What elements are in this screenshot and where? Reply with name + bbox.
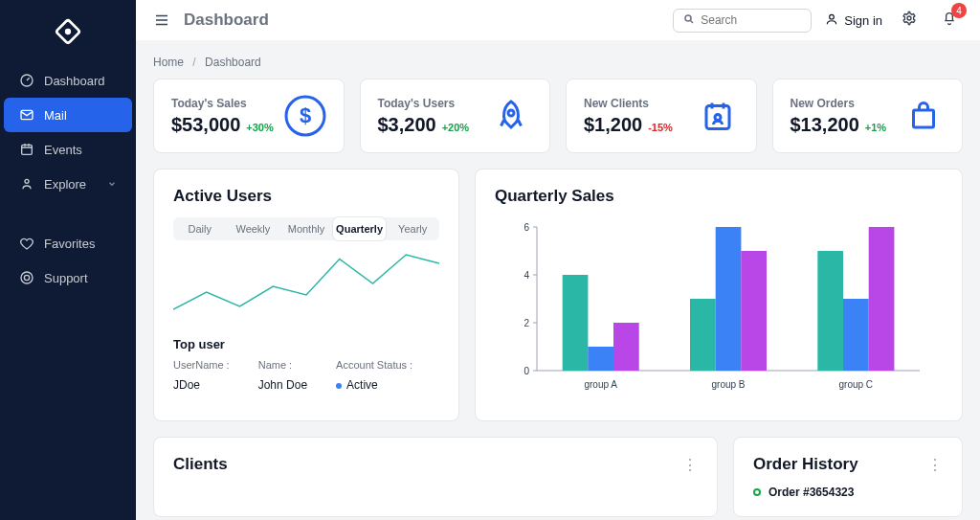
sidebar-item-label: Events — [44, 143, 82, 157]
svg-point-10 — [907, 16, 911, 20]
username-value: JDoe — [173, 378, 230, 392]
kpi-orders: New Orders $13,200 +1% — [772, 79, 964, 153]
tab-daily[interactable]: Daily — [173, 217, 227, 240]
more-icon[interactable]: ⋮ — [682, 456, 698, 474]
kpi-clients: New Clients $1,200 -15% — [566, 79, 757, 153]
svg-point-5 — [25, 179, 29, 183]
svg-text:group B: group B — [711, 379, 745, 390]
menu-toggle-icon[interactable] — [153, 11, 170, 29]
kpi-label: New Clients — [584, 97, 673, 110]
sidebar-item-events[interactable]: Events — [4, 132, 132, 167]
tab-quarterly[interactable]: Quarterly — [333, 217, 387, 240]
topbar: Dashboard Sign in 4 — [136, 0, 980, 40]
svg-point-6 — [21, 272, 33, 283]
quarterly-sales-card: Quarterly Sales 0246group Agroup Bgroup … — [475, 169, 963, 421]
sidebar-item-explore[interactable]: Explore — [4, 167, 132, 201]
kpi-label: Today's Users — [378, 97, 470, 110]
svg-text:group A: group A — [584, 379, 617, 390]
kpi-delta: +30% — [246, 122, 273, 133]
sidebar-item-label: Support — [44, 271, 88, 285]
search-field[interactable] — [701, 13, 801, 27]
card-title: Clients — [173, 455, 228, 474]
kpi-sales: Today's Sales $53,000 +30% $ — [153, 79, 345, 153]
search-input[interactable] — [673, 9, 812, 33]
tab-yearly[interactable]: Yearly — [386, 217, 439, 240]
rocket-icon — [490, 95, 532, 137]
svg-rect-27 — [563, 275, 589, 371]
kpi-delta: -15% — [648, 122, 673, 133]
dollar-icon: $ — [284, 95, 326, 137]
status-dot-icon — [753, 488, 761, 496]
order-label: Order #3654323 — [768, 486, 854, 499]
range-tabs: Daily Weekly Monthly Quarterly Yearly — [173, 217, 439, 240]
status-value: Active — [346, 378, 378, 392]
logo — [0, 10, 136, 54]
svg-text:4: 4 — [523, 270, 529, 281]
main: Dashboard Sign in 4 Home / Dashboard Tod… — [136, 0, 980, 520]
clients-card: Clients ⋮ — [153, 437, 718, 517]
svg-text:$: $ — [299, 103, 310, 127]
chevron-down-icon — [107, 177, 117, 192]
svg-rect-33 — [741, 251, 767, 371]
sidebar-item-support[interactable]: Support — [4, 260, 132, 295]
tab-monthly[interactable]: Monthly — [279, 217, 333, 240]
more-icon[interactable]: ⋮ — [927, 456, 943, 474]
page-title: Dashboard — [184, 11, 269, 30]
sidebar-item-label: Mail — [44, 108, 67, 123]
svg-point-13 — [508, 110, 514, 116]
breadcrumb: Home / Dashboard — [136, 40, 980, 79]
sidebar-item-label: Dashboard — [44, 74, 105, 88]
compass-icon — [19, 176, 34, 192]
notifications-button[interactable]: 4 — [936, 7, 963, 34]
signin-button[interactable]: Sign in — [825, 12, 882, 29]
bottom-row: Clients ⋮ Order History ⋮ Order #3654323 — [153, 437, 963, 517]
active-users-chart — [173, 252, 439, 324]
svg-text:0: 0 — [523, 366, 529, 376]
content: Today's Sales $53,000 +30% $ Today's Use… — [136, 79, 980, 517]
svg-point-1 — [66, 30, 70, 34]
svg-text:2: 2 — [523, 318, 529, 328]
bag-icon — [902, 95, 945, 137]
kpi-value: $1,200 — [584, 114, 642, 136]
status-dot-icon — [336, 383, 342, 389]
breadcrumb-current: Dashboard — [205, 56, 261, 69]
settings-button[interactable] — [896, 7, 923, 34]
kpi-users: Today's Users $3,200 +20% — [360, 79, 551, 153]
gear-icon — [902, 11, 917, 30]
breadcrumb-home[interactable]: Home — [153, 56, 184, 69]
svg-rect-35 — [817, 251, 843, 371]
card-title: Order History — [753, 455, 858, 474]
svg-rect-32 — [716, 227, 742, 371]
svg-rect-36 — [843, 299, 869, 371]
sidebar-item-favorites[interactable]: Favorites — [4, 226, 132, 260]
sidebar-item-dashboard[interactable]: Dashboard — [4, 63, 132, 98]
svg-point-7 — [24, 275, 29, 280]
top-user-row: UserName : JDoe Name : John Doe Account … — [173, 359, 439, 392]
name-label: Name : — [258, 359, 307, 371]
svg-rect-29 — [613, 323, 639, 371]
signin-label: Sign in — [844, 13, 882, 28]
svg-rect-28 — [588, 347, 613, 371]
svg-point-15 — [715, 115, 721, 121]
svg-text:group C: group C — [839, 379, 874, 390]
calendar-icon — [19, 142, 34, 157]
order-item[interactable]: Order #3654323 — [753, 486, 943, 499]
kpi-label: New Orders — [791, 97, 887, 110]
kpi-value: $3,200 — [378, 114, 436, 136]
contact-icon — [697, 95, 739, 137]
card-title: Quarterly Sales — [495, 187, 943, 206]
kpi-delta: +1% — [865, 122, 886, 133]
heart-icon — [19, 236, 34, 251]
sidebar-item-label: Explore — [44, 177, 86, 192]
tab-weekly[interactable]: Weekly — [227, 217, 280, 240]
name-value: John Doe — [258, 378, 307, 392]
svg-rect-31 — [690, 299, 716, 371]
kpi-value: $13,200 — [791, 114, 859, 136]
svg-point-9 — [830, 14, 835, 19]
sidebar-item-mail[interactable]: Mail — [4, 98, 132, 132]
mail-icon — [19, 107, 34, 123]
svg-rect-16 — [914, 110, 934, 127]
svg-point-8 — [685, 15, 691, 21]
breadcrumb-sep: / — [192, 56, 195, 69]
sidebar: Dashboard Mail Events Explore Favorites … — [0, 0, 136, 520]
